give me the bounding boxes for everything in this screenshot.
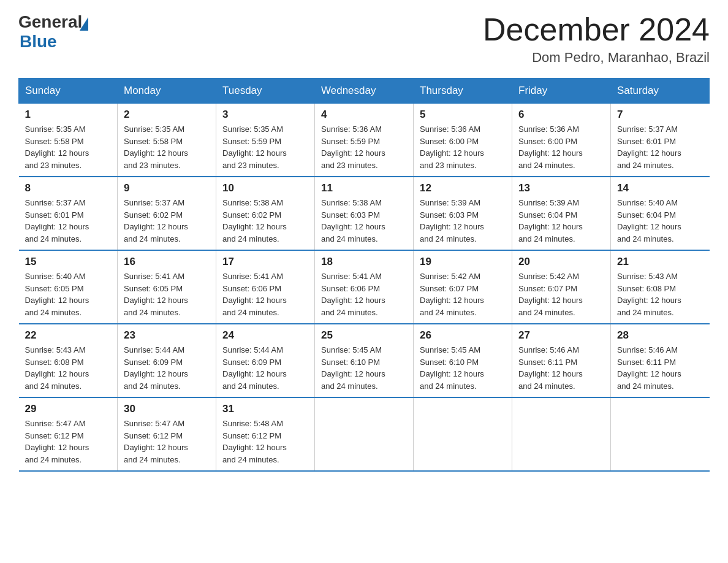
day-info: Sunrise: 5:37 AM Sunset: 6:01 PM Dayligh… — [25, 197, 112, 245]
day-info: Sunrise: 5:42 AM Sunset: 6:07 PM Dayligh… — [420, 270, 506, 318]
calendar-week-row: 29 Sunrise: 5:47 AM Sunset: 6:12 PM Dayl… — [19, 397, 710, 471]
month-title: December 2024 — [483, 12, 710, 47]
day-number: 20 — [518, 256, 604, 268]
day-number: 27 — [518, 329, 604, 342]
calendar-week-row: 22 Sunrise: 5:43 AM Sunset: 6:08 PM Dayl… — [19, 324, 710, 397]
calendar-cell — [315, 397, 414, 471]
day-info: Sunrise: 5:35 AM Sunset: 5:59 PM Dayligh… — [222, 123, 308, 171]
day-number: 2 — [124, 109, 210, 121]
day-info: Sunrise: 5:40 AM Sunset: 6:05 PM Dayligh… — [25, 270, 112, 318]
calendar-cell: 25 Sunrise: 5:45 AM Sunset: 6:10 PM Dayl… — [315, 324, 414, 397]
col-wednesday: Wednesday — [315, 79, 414, 104]
day-number: 15 — [25, 256, 112, 268]
calendar-cell: 22 Sunrise: 5:43 AM Sunset: 6:08 PM Dayl… — [19, 324, 118, 397]
calendar-cell: 7 Sunrise: 5:37 AM Sunset: 6:01 PM Dayli… — [611, 104, 710, 177]
calendar-cell: 24 Sunrise: 5:44 AM Sunset: 6:09 PM Dayl… — [216, 324, 315, 397]
day-number: 23 — [124, 329, 210, 342]
calendar-cell: 14 Sunrise: 5:40 AM Sunset: 6:04 PM Dayl… — [611, 177, 710, 250]
calendar-cell: 29 Sunrise: 5:47 AM Sunset: 6:12 PM Dayl… — [19, 397, 118, 471]
day-info: Sunrise: 5:47 AM Sunset: 6:12 PM Dayligh… — [124, 418, 210, 465]
day-number: 10 — [222, 182, 308, 194]
day-number: 21 — [617, 256, 703, 268]
day-info: Sunrise: 5:39 AM Sunset: 6:04 PM Dayligh… — [518, 197, 604, 245]
day-info: Sunrise: 5:43 AM Sunset: 6:08 PM Dayligh… — [617, 270, 703, 318]
logo-text-blue: Blue — [20, 32, 57, 52]
calendar-cell: 1 Sunrise: 5:35 AM Sunset: 5:58 PM Dayli… — [19, 104, 118, 177]
calendar-cell: 2 Sunrise: 5:35 AM Sunset: 5:58 PM Dayli… — [118, 104, 216, 177]
day-number: 18 — [321, 256, 407, 268]
calendar-cell: 30 Sunrise: 5:47 AM Sunset: 6:12 PM Dayl… — [118, 397, 216, 471]
day-number: 19 — [420, 256, 506, 268]
col-monday: Monday — [118, 79, 216, 104]
day-number: 28 — [617, 329, 703, 342]
day-info: Sunrise: 5:41 AM Sunset: 6:06 PM Dayligh… — [222, 270, 308, 318]
day-info: Sunrise: 5:36 AM Sunset: 6:00 PM Dayligh… — [420, 123, 506, 171]
calendar-cell: 21 Sunrise: 5:43 AM Sunset: 6:08 PM Dayl… — [611, 250, 710, 324]
calendar-cell: 13 Sunrise: 5:39 AM Sunset: 6:04 PM Dayl… — [512, 177, 611, 250]
day-info: Sunrise: 5:35 AM Sunset: 5:58 PM Dayligh… — [124, 123, 210, 171]
calendar-cell: 10 Sunrise: 5:38 AM Sunset: 6:02 PM Dayl… — [216, 177, 315, 250]
day-number: 17 — [222, 256, 308, 268]
day-info: Sunrise: 5:35 AM Sunset: 5:58 PM Dayligh… — [25, 123, 112, 171]
day-info: Sunrise: 5:36 AM Sunset: 5:59 PM Dayligh… — [321, 123, 407, 171]
calendar-cell: 27 Sunrise: 5:46 AM Sunset: 6:11 PM Dayl… — [512, 324, 611, 397]
col-thursday: Thursday — [414, 79, 512, 104]
calendar-cell: 31 Sunrise: 5:48 AM Sunset: 6:12 PM Dayl… — [216, 397, 315, 471]
col-friday: Friday — [512, 79, 611, 104]
title-section: December 2024 Dom Pedro, Maranhao, Brazi… — [483, 12, 710, 66]
calendar-cell: 9 Sunrise: 5:37 AM Sunset: 6:02 PM Dayli… — [118, 177, 216, 250]
calendar-cell: 26 Sunrise: 5:45 AM Sunset: 6:10 PM Dayl… — [414, 324, 512, 397]
day-number: 14 — [617, 182, 703, 194]
calendar-week-row: 1 Sunrise: 5:35 AM Sunset: 5:58 PM Dayli… — [19, 104, 710, 177]
calendar-cell: 4 Sunrise: 5:36 AM Sunset: 5:59 PM Dayli… — [315, 104, 414, 177]
day-info: Sunrise: 5:46 AM Sunset: 6:11 PM Dayligh… — [617, 344, 703, 392]
calendar-week-row: 8 Sunrise: 5:37 AM Sunset: 6:01 PM Dayli… — [19, 177, 710, 250]
calendar-cell: 5 Sunrise: 5:36 AM Sunset: 6:00 PM Dayli… — [414, 104, 512, 177]
day-number: 5 — [420, 109, 506, 121]
day-number: 6 — [518, 109, 604, 121]
day-number: 29 — [25, 403, 112, 415]
logo: General Blue — [18, 12, 88, 52]
calendar-cell — [512, 397, 611, 471]
day-info: Sunrise: 5:46 AM Sunset: 6:11 PM Dayligh… — [518, 344, 604, 392]
day-info: Sunrise: 5:44 AM Sunset: 6:09 PM Dayligh… — [124, 344, 210, 392]
calendar-cell — [611, 397, 710, 471]
logo-triangle-icon — [80, 17, 88, 31]
calendar-table: Sunday Monday Tuesday Wednesday Thursday… — [18, 78, 710, 472]
day-info: Sunrise: 5:39 AM Sunset: 6:03 PM Dayligh… — [420, 197, 506, 245]
day-number: 16 — [124, 256, 210, 268]
day-info: Sunrise: 5:45 AM Sunset: 6:10 PM Dayligh… — [321, 344, 407, 392]
day-number: 12 — [420, 182, 506, 194]
day-number: 31 — [222, 403, 308, 415]
day-info: Sunrise: 5:41 AM Sunset: 6:05 PM Dayligh… — [124, 270, 210, 318]
day-number: 13 — [518, 182, 604, 194]
calendar-cell: 19 Sunrise: 5:42 AM Sunset: 6:07 PM Dayl… — [414, 250, 512, 324]
col-sunday: Sunday — [19, 79, 118, 104]
day-info: Sunrise: 5:43 AM Sunset: 6:08 PM Dayligh… — [25, 344, 112, 392]
day-number: 1 — [25, 109, 112, 121]
calendar-cell: 11 Sunrise: 5:38 AM Sunset: 6:03 PM Dayl… — [315, 177, 414, 250]
calendar-cell: 12 Sunrise: 5:39 AM Sunset: 6:03 PM Dayl… — [414, 177, 512, 250]
calendar-cell: 17 Sunrise: 5:41 AM Sunset: 6:06 PM Dayl… — [216, 250, 315, 324]
day-info: Sunrise: 5:44 AM Sunset: 6:09 PM Dayligh… — [222, 344, 308, 392]
location-title: Dom Pedro, Maranhao, Brazil — [483, 50, 710, 66]
day-info: Sunrise: 5:48 AM Sunset: 6:12 PM Dayligh… — [222, 418, 308, 465]
calendar-cell: 3 Sunrise: 5:35 AM Sunset: 5:59 PM Dayli… — [216, 104, 315, 177]
day-info: Sunrise: 5:47 AM Sunset: 6:12 PM Dayligh… — [25, 418, 112, 465]
calendar-cell: 8 Sunrise: 5:37 AM Sunset: 6:01 PM Dayli… — [19, 177, 118, 250]
calendar-week-row: 15 Sunrise: 5:40 AM Sunset: 6:05 PM Dayl… — [19, 250, 710, 324]
day-info: Sunrise: 5:38 AM Sunset: 6:03 PM Dayligh… — [321, 197, 407, 245]
day-number: 3 — [222, 109, 308, 121]
day-number: 30 — [124, 403, 210, 415]
day-number: 22 — [25, 329, 112, 342]
day-number: 25 — [321, 329, 407, 342]
day-number: 8 — [25, 182, 112, 194]
day-info: Sunrise: 5:37 AM Sunset: 6:02 PM Dayligh… — [124, 197, 210, 245]
calendar-cell: 6 Sunrise: 5:36 AM Sunset: 6:00 PM Dayli… — [512, 104, 611, 177]
day-info: Sunrise: 5:45 AM Sunset: 6:10 PM Dayligh… — [420, 344, 506, 392]
day-info: Sunrise: 5:37 AM Sunset: 6:01 PM Dayligh… — [617, 123, 703, 171]
calendar-cell: 28 Sunrise: 5:46 AM Sunset: 6:11 PM Dayl… — [611, 324, 710, 397]
day-info: Sunrise: 5:36 AM Sunset: 6:00 PM Dayligh… — [518, 123, 604, 171]
calendar-cell: 20 Sunrise: 5:42 AM Sunset: 6:07 PM Dayl… — [512, 250, 611, 324]
calendar-cell — [414, 397, 512, 471]
